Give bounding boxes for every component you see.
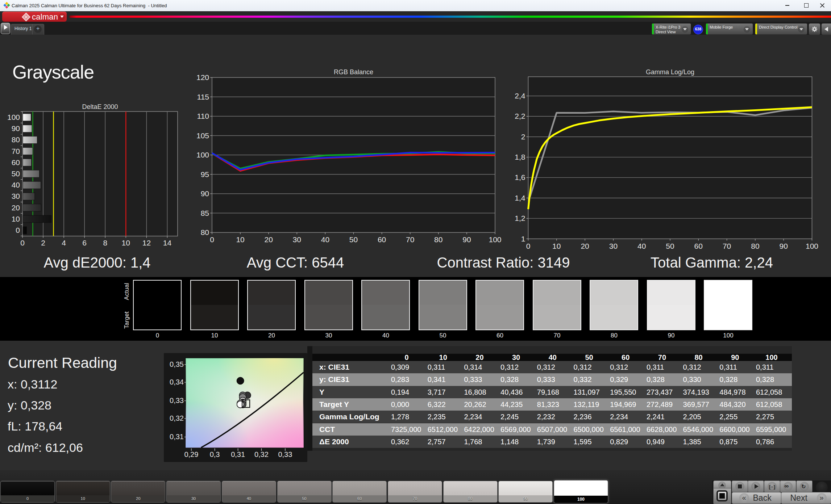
svg-text:20: 20 bbox=[265, 235, 273, 244]
svg-text:20: 20 bbox=[581, 242, 589, 250]
svg-text:100: 100 bbox=[489, 235, 501, 244]
svg-text:95: 95 bbox=[201, 170, 209, 178]
svg-text:100: 100 bbox=[806, 242, 818, 250]
svg-text:1,4: 1,4 bbox=[515, 194, 525, 202]
svg-text:0,33: 0,33 bbox=[278, 450, 292, 458]
svg-text:30: 30 bbox=[293, 235, 301, 244]
svg-text:Gamma Log/Log: Gamma Log/Log bbox=[646, 68, 694, 76]
svg-text:110: 110 bbox=[197, 112, 209, 120]
svg-text:105: 105 bbox=[196, 131, 209, 140]
svg-text:0,3: 0,3 bbox=[210, 450, 220, 458]
svg-text:70: 70 bbox=[12, 147, 20, 155]
svg-text:90: 90 bbox=[780, 242, 788, 250]
svg-text:60: 60 bbox=[12, 158, 20, 167]
svg-text:0,29: 0,29 bbox=[184, 450, 198, 458]
svg-text:100: 100 bbox=[196, 151, 209, 159]
svg-text:0: 0 bbox=[210, 235, 214, 244]
svg-text:60: 60 bbox=[378, 235, 386, 244]
svg-text:2: 2 bbox=[41, 239, 45, 247]
svg-text:80: 80 bbox=[751, 242, 759, 250]
svg-text:80: 80 bbox=[434, 235, 442, 244]
svg-text:8: 8 bbox=[103, 239, 107, 247]
svg-text:90: 90 bbox=[462, 235, 471, 244]
svg-text:10: 10 bbox=[122, 239, 130, 247]
svg-text:0: 0 bbox=[20, 239, 25, 247]
svg-text:1: 1 bbox=[521, 235, 525, 243]
svg-text:80: 80 bbox=[12, 135, 20, 144]
svg-text:50: 50 bbox=[349, 235, 358, 244]
svg-text:14: 14 bbox=[163, 239, 172, 247]
svg-text:120: 120 bbox=[196, 73, 209, 81]
svg-text:DeltaE 2000: DeltaE 2000 bbox=[82, 103, 118, 110]
svg-text:2: 2 bbox=[521, 133, 525, 141]
svg-text:70: 70 bbox=[723, 242, 731, 250]
svg-text:10: 10 bbox=[236, 235, 244, 244]
svg-text:60: 60 bbox=[694, 242, 703, 250]
svg-text:0: 0 bbox=[16, 226, 20, 234]
svg-text:1,6: 1,6 bbox=[515, 173, 525, 181]
svg-text:0,32: 0,32 bbox=[254, 450, 269, 458]
svg-text:RGB Balance: RGB Balance bbox=[334, 68, 373, 76]
svg-text:70: 70 bbox=[406, 235, 414, 244]
svg-text:0,31: 0,31 bbox=[231, 450, 245, 458]
svg-text:10: 10 bbox=[552, 242, 561, 250]
svg-text:40: 40 bbox=[12, 181, 20, 189]
svg-text:30: 30 bbox=[12, 192, 20, 200]
svg-text:0: 0 bbox=[526, 242, 531, 250]
svg-text:100: 100 bbox=[7, 113, 20, 121]
svg-text:4: 4 bbox=[62, 239, 66, 247]
svg-text:1,2: 1,2 bbox=[515, 214, 525, 222]
svg-text:115: 115 bbox=[197, 93, 209, 101]
svg-text:50: 50 bbox=[666, 242, 674, 250]
svg-text:10: 10 bbox=[12, 215, 20, 223]
svg-text:20: 20 bbox=[12, 203, 20, 212]
svg-text:85: 85 bbox=[201, 209, 209, 217]
svg-text:40: 40 bbox=[637, 242, 646, 250]
svg-text:6: 6 bbox=[82, 239, 87, 247]
svg-text:2,4: 2,4 bbox=[515, 92, 525, 100]
svg-text:90: 90 bbox=[12, 124, 20, 133]
svg-text:50: 50 bbox=[12, 169, 20, 178]
svg-text:0,33: 0,33 bbox=[170, 396, 184, 404]
svg-text:30: 30 bbox=[609, 242, 618, 250]
svg-text:0,31: 0,31 bbox=[170, 433, 184, 441]
svg-text:80: 80 bbox=[201, 228, 209, 236]
svg-text:12: 12 bbox=[142, 239, 151, 247]
svg-text:40: 40 bbox=[321, 235, 329, 244]
svg-text:0,32: 0,32 bbox=[170, 414, 184, 422]
svg-text:2,2: 2,2 bbox=[515, 112, 525, 120]
svg-text:0,34: 0,34 bbox=[170, 378, 184, 386]
svg-text:0,35: 0,35 bbox=[170, 360, 184, 368]
svg-text:90: 90 bbox=[201, 189, 209, 198]
svg-text:1,8: 1,8 bbox=[515, 153, 525, 161]
